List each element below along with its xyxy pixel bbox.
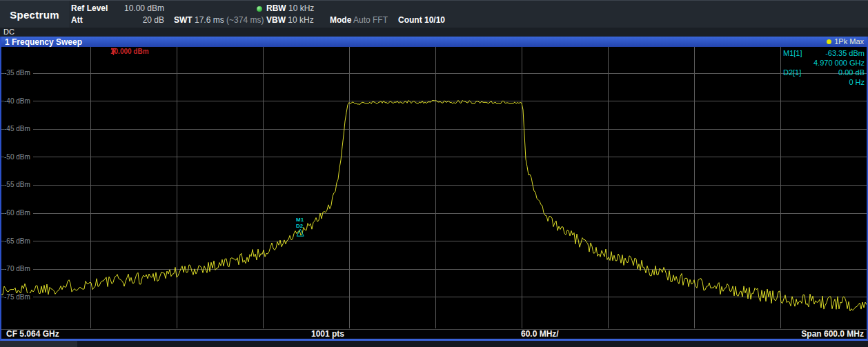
ref-level-marker: 10.000 dBm (110, 48, 149, 55)
marker-d2-freq: 0 Hz (849, 78, 865, 87)
swt-field[interactable]: SWT 17.6 ms (~374 ms) (174, 15, 264, 25)
rbw-label: RBW (266, 3, 286, 13)
ref-level-field[interactable]: Ref Level (71, 3, 108, 13)
trace1-peak-max (1, 100, 867, 310)
spectrum-plot-area: -35 dBm-40 dBm-45 dBm-50 dBm-55 dBm-60 d… (1, 47, 867, 329)
result-window: 1 Frequency Sweep 1Pk Max -35 dBm-40 dBm… (0, 37, 868, 341)
bottom-strip-segment (0, 341, 77, 347)
tab-spectrum[interactable]: Spectrum (0, 1, 69, 28)
measurement-header: Spectrum Ref Level 10.00 dBm Att 20 dB S… (0, 0, 868, 28)
spectrum-plot-svg (1, 47, 867, 329)
span[interactable]: Span 600.0 MHz (801, 330, 864, 339)
y-axis-label: -75 dBm (4, 293, 33, 301)
y-axis-label: -45 dBm (4, 125, 33, 133)
ref-level-arrow-icon (110, 48, 117, 55)
marker-d2-level: 0.00 dB (838, 68, 865, 77)
att-value[interactable]: 20 dB (110, 15, 164, 25)
rbw-value: 10 kHz (288, 3, 314, 13)
marker-m1-freq: 4.970 000 GHz (813, 59, 865, 68)
ref-level-label: Ref Level (71, 3, 108, 13)
trace-indicator[interactable]: 1Pk Max (827, 37, 864, 46)
frequency-axis-bar: CF 5.064 GHz 1001 pts 60.0 MHz/ Span 600… (1, 329, 867, 339)
bottom-strip (0, 341, 868, 347)
count-field[interactable]: Count 10/10 (398, 15, 445, 25)
count-label: Count (398, 15, 422, 25)
window-title: 1 Frequency Sweep (5, 37, 82, 47)
rbw-status-led-icon (257, 6, 262, 12)
trace-marker-d2-label[interactable]: D2 (296, 223, 303, 229)
y-axis-label: -70 dBm (4, 265, 33, 273)
swt-label: SWT (174, 15, 193, 25)
marker-m1-level: -63.35 dBm (825, 49, 865, 58)
trace1-color-dot-icon (827, 39, 831, 44)
att-label: Att (71, 15, 83, 25)
y-axis-label: -40 dBm (4, 97, 33, 106)
count-value: 10/10 (424, 15, 445, 25)
gridlines (1, 47, 867, 328)
ref-level-value[interactable]: 10.00 dBm (110, 3, 164, 13)
mode-field[interactable]: Mode Auto FFT (330, 15, 388, 25)
trace-marker-m1-label[interactable]: M1 (296, 217, 304, 223)
vbw-label: VBW (266, 15, 286, 25)
marker-readout-row: 4.970 000 GHz (783, 59, 865, 68)
mode-label: Mode (330, 15, 351, 25)
y-axis-label: -35 dBm (4, 69, 33, 77)
marker-readout-row: D2[1] 0.00 dB (783, 68, 865, 77)
sweep-points[interactable]: 1001 pts (311, 330, 344, 339)
att-field[interactable]: Att (71, 15, 83, 25)
trace-indicator-label: 1Pk Max (834, 37, 864, 46)
swt-value: 17.6 ms (195, 15, 224, 25)
marker-readout-row: M1[1] -63.35 dBm (783, 49, 865, 58)
marker-readout-row: 0 Hz (783, 78, 865, 87)
rbw-field[interactable]: RBW 10 kHz (266, 3, 314, 13)
spectrum-analyzer-screen: Spectrum Ref Level 10.00 dBm Att 20 dB S… (0, 0, 868, 347)
y-axis-label: -50 dBm (4, 153, 33, 161)
window-titlebar[interactable]: 1 Frequency Sweep 1Pk Max (1, 37, 867, 47)
marker-d2-name: D2[1] (783, 68, 801, 77)
vbw-field[interactable]: VBW 10 kHz (266, 15, 314, 25)
center-frequency[interactable]: CF 5.064 GHz (6, 330, 59, 339)
vbw-value: 10 kHz (288, 15, 313, 25)
mode-value: Auto FFT (353, 15, 388, 25)
coupling-row: DC (0, 28, 868, 37)
scale-per-division[interactable]: 60.0 MHz/ (521, 330, 559, 339)
y-axis-label: -55 dBm (4, 181, 33, 189)
tab-spectrum-label: Spectrum (10, 9, 59, 21)
swt-value-estimated: (~374 ms) (226, 15, 264, 25)
dc-coupling-label[interactable]: DC (3, 28, 14, 36)
marker-m1-name: M1[1] (783, 49, 802, 58)
y-axis-label: -65 dBm (4, 237, 33, 246)
y-axis-label: -60 dBm (4, 209, 33, 217)
